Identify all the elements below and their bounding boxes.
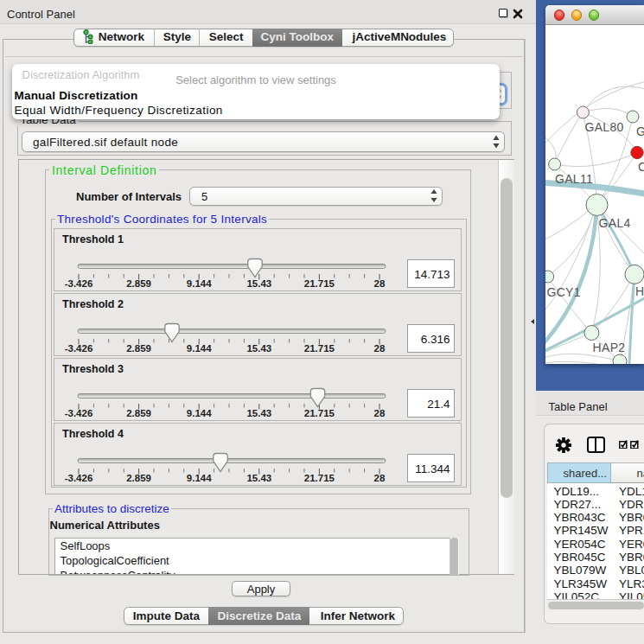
svg-text:GA: GA (636, 124, 644, 138)
svg-text:GCY1: GCY1 (547, 285, 581, 299)
svg-text:HAP2: HAP2 (593, 341, 626, 354)
svg-text:GAL11: GAL11 (555, 172, 593, 186)
svg-text:C: C (638, 160, 644, 174)
svg-text:GAL80: GAL80 (585, 120, 624, 134)
svg-text:H: H (635, 284, 644, 298)
svg-text:GAL4: GAL4 (599, 216, 631, 230)
